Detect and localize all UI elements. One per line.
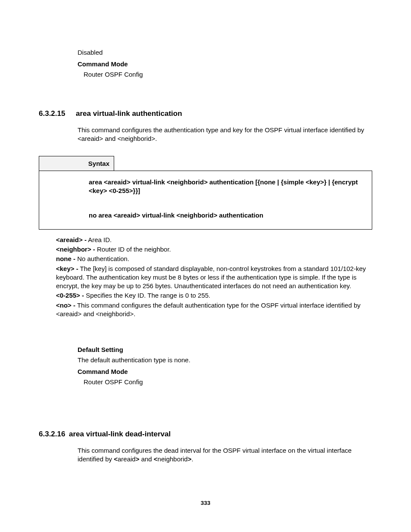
- command-mode-value-2: Router OSPF Config: [84, 378, 372, 386]
- section-title-16: area virtual-link dead-interval: [69, 430, 171, 438]
- param-areaid: <areaid> - Area ID.: [56, 236, 372, 244]
- default-setting-value: The default authentication type is none.: [78, 356, 372, 364]
- syntax-label: Syntax: [39, 156, 114, 171]
- section-heading-16: 6.3.2.16area virtual-link dead-interval: [39, 430, 372, 439]
- section-number-16: 6.3.2.16: [39, 430, 69, 439]
- syntax-container: Syntax area <areaid> virtual-link <neigh…: [39, 156, 372, 230]
- section-number: 6.3.2.15: [39, 109, 76, 118]
- param-none: none - No authentication.: [56, 255, 372, 263]
- section-15-footer: Default Setting The default authenticati…: [78, 346, 372, 387]
- command-mode-label-2: Command Mode: [78, 368, 372, 375]
- top-block: Disabled Command Mode Router OSPF Config: [78, 48, 372, 79]
- command-mode-label: Command Mode: [78, 60, 372, 68]
- section-heading-15: 6.3.2.15area virtual-link authentication: [39, 109, 372, 118]
- section-15-description: This command configures the authenticati…: [78, 126, 372, 143]
- param-no: <no> - This command configures the defau…: [56, 301, 372, 319]
- syntax-command-2: no area <areaid> virtual-link <neighbori…: [89, 211, 363, 220]
- param-range: <0-255> - Specifies the Key ID. The rang…: [56, 291, 372, 300]
- command-mode-value: Router OSPF Config: [84, 70, 372, 79]
- disabled-text: Disabled: [78, 48, 372, 57]
- parameters-block: <areaid> - Area ID. <neighbor> - Router …: [56, 236, 372, 318]
- param-key: <key> - The [key] is composed of standar…: [56, 264, 372, 291]
- page-number: 333: [0, 500, 411, 506]
- param-neighbor: <neighbor> - Router ID of the neighbor.: [56, 245, 372, 254]
- section-16-description: This command configures the dead interva…: [78, 446, 372, 464]
- syntax-box: area <areaid> virtual-link <neighborid> …: [39, 171, 372, 230]
- section-title: area virtual-link authentication: [76, 109, 182, 118]
- syntax-command-1: area <areaid> virtual-link <neighborid> …: [89, 178, 363, 196]
- default-setting-label: Default Setting: [78, 346, 372, 353]
